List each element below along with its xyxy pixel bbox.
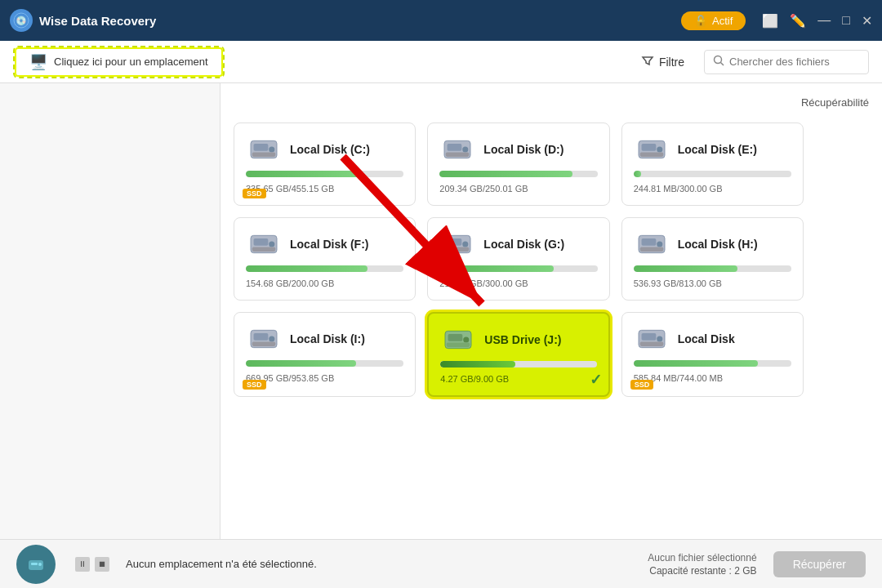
svg-point-2	[715, 56, 722, 63]
drive-icon: 🖥️	[29, 53, 47, 71]
svg-rect-33	[252, 342, 275, 346]
status-right-actions: Aucun fichier sélectionné Capacité resta…	[648, 552, 756, 577]
disk-icon-j	[440, 325, 476, 354]
no-file-label: Aucun fichier sélectionné	[648, 552, 756, 564]
disk-bar-wrap-h	[634, 265, 791, 272]
disk-size-f: 154.68 GB/200.00 GB	[246, 278, 403, 288]
disk-icon-e	[634, 135, 670, 164]
filter-button[interactable]: Filtre	[631, 49, 694, 74]
disk-card-i[interactable]: Local Disk (I:) 669.95 GB/953.85 GB SSD	[234, 312, 416, 397]
svg-rect-25	[446, 247, 469, 252]
capacity-label: Capacité restante : 2 GB	[649, 565, 756, 577]
disk-card-e[interactable]: Local Disk (E:) 244.81 MB/300.00 GB	[621, 122, 804, 206]
disk-header: Local Disk	[634, 324, 791, 354]
svg-rect-31	[254, 333, 269, 341]
statusbar: ⏸ ⏹ Aucun emplacement n'a été sélectionn…	[0, 539, 882, 588]
disk-card-f[interactable]: Local Disk (F:) 154.68 GB/200.00 GB	[234, 217, 416, 301]
disk-icon-last	[634, 324, 670, 354]
disk-name-g: Local Disk (G:)	[483, 238, 564, 251]
disk-card-j[interactable]: USB Drive (J:) 4.27 GB/9.00 GB ✓	[427, 312, 609, 397]
disk-card-g[interactable]: Local Disk (G:) 215.39 GB/300.00 GB	[427, 217, 609, 301]
titlebar: 💿 Wise Data Recovery 🔓 Actif ⬜ ✏️ — □ ✕	[0, 0, 882, 41]
disk-bar-f	[246, 265, 368, 272]
disk-header: Local Disk (F:)	[246, 229, 403, 259]
svg-rect-37	[447, 343, 470, 347]
feedback-icon[interactable]: ⬜	[762, 13, 778, 29]
disk-header: Local Disk (E:)	[634, 135, 791, 164]
close-icon[interactable]: ✕	[862, 13, 872, 29]
disk-icon-d	[439, 135, 475, 164]
svg-rect-23	[448, 238, 462, 246]
disk-icon-f	[246, 229, 282, 259]
disk-name-j: USB Drive (J:)	[484, 333, 561, 346]
svg-point-44	[38, 563, 42, 566]
svg-rect-13	[446, 153, 469, 157]
svg-text:💿: 💿	[16, 15, 27, 26]
edit-icon[interactable]: ✏️	[790, 13, 806, 29]
svg-rect-43	[31, 563, 38, 565]
app-logo: 💿	[10, 9, 33, 32]
content-area: Récupérabilité Local Disk (C:)	[220, 83, 882, 539]
svg-rect-17	[639, 153, 662, 157]
recover-button[interactable]: Récupérer	[773, 551, 866, 577]
minimize-icon[interactable]: —	[817, 13, 831, 28]
status-drive-icon	[16, 545, 56, 584]
disk-card-d[interactable]: Local Disk (D:) 209.34 GB/250.01 GB	[427, 122, 609, 206]
disk-bar-wrap-g	[439, 265, 597, 272]
disk-name-f: Local Disk (F:)	[290, 238, 368, 251]
disk-size-j: 4.27 GB/9.00 GB	[440, 374, 596, 384]
active-badge: 🔓 Actif	[681, 11, 746, 30]
svg-rect-15	[641, 144, 656, 151]
svg-point-36	[464, 336, 470, 342]
svg-point-12	[463, 146, 469, 152]
disk-header: Local Disk (H:)	[634, 229, 791, 259]
check-mark-j: ✓	[590, 371, 602, 389]
stop-button[interactable]: ⏹	[95, 557, 109, 572]
disk-name-last: Local Disk	[678, 332, 735, 345]
disk-bar-g	[439, 265, 553, 272]
location-button[interactable]: 🖥️ Cliquez ici pour un emplacement	[13, 46, 225, 78]
search-input[interactable]	[729, 56, 860, 68]
disk-bar-wrap-d	[439, 171, 597, 177]
disk-header: Local Disk (C:)	[246, 135, 403, 164]
disk-bar-wrap-f	[246, 265, 403, 272]
pause-controls[interactable]: ⏸ ⏹	[75, 557, 109, 572]
svg-rect-39	[641, 333, 656, 341]
ssd-badge-i: SSD	[243, 380, 266, 390]
disk-bar-wrap-c	[246, 171, 403, 177]
disk-grid: Local Disk (C:) 335.65 GB/455.15 GB SSD …	[234, 96, 869, 397]
svg-rect-41	[639, 342, 662, 346]
disk-name-c: Local Disk (C:)	[290, 143, 370, 156]
disk-size-h: 536.93 GB/813.00 GB	[634, 278, 791, 288]
search-box[interactable]	[704, 50, 869, 74]
disk-icon-h	[634, 229, 670, 259]
disk-name-h: Local Disk (H:)	[678, 238, 758, 251]
pause-button[interactable]: ⏸	[75, 557, 90, 572]
svg-rect-35	[448, 334, 463, 341]
svg-point-16	[657, 146, 662, 152]
svg-point-8	[269, 146, 274, 152]
lock-icon: 🔓	[694, 15, 707, 27]
disk-bar-d	[439, 171, 572, 177]
disk-icon-g	[439, 229, 475, 259]
disk-bar-e	[634, 171, 642, 177]
filter-icon	[641, 54, 654, 69]
disk-card-c[interactable]: Local Disk (C:) 335.65 GB/455.15 GB SSD	[234, 122, 416, 206]
maximize-icon[interactable]: □	[842, 13, 850, 28]
svg-point-40	[657, 336, 662, 341]
recoverability-label: Récupérabilité	[801, 96, 869, 109]
window-controls[interactable]: ⬜ ✏️ — □ ✕	[762, 13, 872, 29]
disk-bar-h	[634, 265, 738, 272]
disk-name-e: Local Disk (E:)	[678, 143, 757, 156]
disk-bar-wrap-i	[246, 360, 403, 367]
disk-icon-i	[246, 324, 282, 354]
disk-card-last[interactable]: Local Disk 585.84 MB/744.00 MB SSD	[621, 312, 804, 397]
disk-header: Local Disk (G:)	[439, 229, 597, 259]
main-content: Récupérabilité Local Disk (C:)	[0, 83, 882, 539]
svg-point-20	[269, 241, 274, 247]
svg-point-24	[463, 241, 469, 247]
svg-rect-29	[639, 247, 662, 252]
svg-line-3	[721, 62, 724, 65]
disk-card-h[interactable]: Local Disk (H:) 536.93 GB/813.00 GB	[621, 217, 804, 301]
disk-bar-j	[440, 361, 515, 368]
